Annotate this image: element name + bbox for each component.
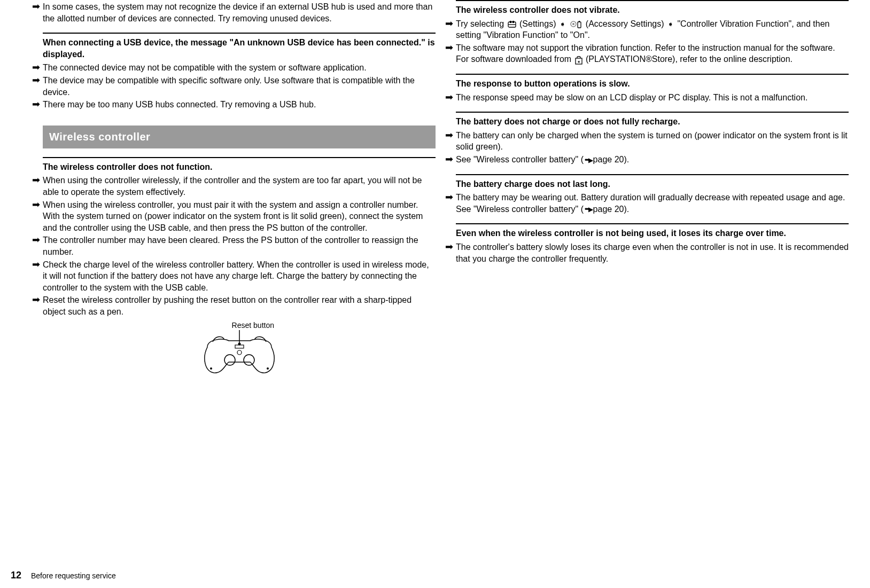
bullet-text: There may be too many USB hubs connected… (43, 99, 436, 111)
bullet-item: ➡ The device may be compatible with spec… (43, 75, 436, 98)
page-ref-icon: •••▶ (585, 156, 592, 164)
svg-rect-11 (512, 21, 514, 23)
bullet-item: ➡ When using the wireless controller, yo… (43, 199, 436, 234)
bullet-text: In some cases, the system may not recogn… (43, 1, 436, 24)
page-number: 12 (11, 570, 21, 581)
bullet-item: ➡ The response speed may be slow on an L… (456, 92, 849, 104)
bullet-item: ➡ When using the controller wirelessly, … (43, 175, 436, 198)
bullet-item: ➡ The battery may be wearing out. Batter… (456, 192, 849, 215)
svg-point-2 (244, 355, 254, 365)
issue-heading: The wireless controller does not functio… (43, 157, 436, 173)
page: ➡ In some cases, the system may not reco… (0, 0, 870, 588)
issue-heading: When connecting a USB device, the messag… (43, 33, 436, 60)
bullet-item: ➡ See "Wireless controller battery" (•••… (456, 154, 849, 166)
svg-point-5 (238, 343, 240, 346)
bullet-item: ➡ The controller number may have been cl… (43, 234, 436, 257)
svg-rect-4 (235, 345, 244, 348)
text-fragment: (Accessory Settings) (586, 19, 666, 28)
controller-illustration: Reset button (186, 320, 293, 379)
two-column-layout: ➡ In some cases, the system may not reco… (11, 0, 849, 379)
arrow-then-icon: ➧ (560, 19, 566, 29)
right-column: The wireless controller does not vibrate… (456, 0, 849, 379)
bullet-text: The device may be compatible with specif… (43, 75, 436, 98)
bullet-item: ➡ The connected device may not be compat… (43, 62, 436, 74)
bullet-text: Reset the wireless controller by pushing… (43, 294, 436, 317)
svg-rect-10 (510, 21, 511, 23)
svg-point-3 (237, 350, 242, 355)
arrow-right-icon: ➡ (32, 259, 42, 271)
bullet-text: The controller's battery slowly loses it… (456, 241, 849, 264)
text-fragment: Try selecting (456, 19, 507, 28)
controller-figure: Reset button (43, 320, 436, 379)
svg-text:★: ★ (577, 60, 580, 64)
arrow-right-icon: ➡ (445, 18, 455, 30)
bullet-text: The battery may be wearing out. Battery … (456, 192, 849, 215)
issue-heading: The battery does not charge or does not … (456, 112, 849, 128)
figure-label: Reset button (231, 321, 274, 330)
bullet-item: ➡ The battery can only be charged when t… (456, 130, 849, 153)
bullet-item: ➡ Try selecting (Settings) ➧ (Accessory … (456, 18, 849, 41)
issue-heading: The response to button operations is slo… (456, 74, 849, 90)
text-fragment: (Settings) (519, 19, 558, 28)
bullet-item: ➡ Check the charge level of the wireless… (43, 259, 436, 294)
bullet-text: When using the wireless controller, you … (43, 199, 436, 234)
bullet-text: See "Wireless controller battery" (•••▶p… (456, 154, 849, 166)
bullet-text: Try selecting (Settings) ➧ (Accessory Se… (456, 18, 849, 41)
svg-point-6 (210, 367, 212, 370)
arrow-right-icon: ➡ (445, 241, 455, 253)
arrow-right-icon: ➡ (445, 42, 455, 54)
left-column: ➡ In some cases, the system may not reco… (11, 0, 436, 379)
arrow-right-icon: ➡ (32, 199, 42, 211)
arrow-right-icon: ➡ (445, 92, 455, 104)
bullet-item: ➡ The software may not support the vibra… (456, 42, 849, 65)
text-fragment: The battery may be wearing out. Battery … (456, 193, 845, 214)
store-bag-icon: ★ (575, 55, 582, 65)
page-ref-icon: •••▶ (585, 205, 592, 214)
text-fragment: (PLAYSTATION®Store), refer to the online… (586, 54, 793, 64)
arrow-right-icon: ➡ (32, 62, 42, 74)
text-fragment: page 20). (593, 155, 630, 164)
bullet-text: The response speed may be slow on an LCD… (456, 92, 849, 104)
bullet-item: ➡ The controller's battery slowly loses … (456, 241, 849, 264)
bullet-text: When using the controller wirelessly, if… (43, 175, 436, 198)
arrow-then-icon: ➧ (667, 19, 674, 29)
bullet-text: The connected device may not be compatib… (43, 62, 436, 74)
arrow-right-icon: ➡ (32, 234, 42, 246)
arrow-right-icon: ➡ (32, 75, 42, 87)
issue-heading: The wireless controller does not vibrate… (456, 0, 849, 16)
bullet-item: ➡ In some cases, the system may not reco… (43, 1, 436, 24)
arrow-right-icon: ➡ (32, 1, 42, 13)
bullet-item: ➡ Reset the wireless controller by pushi… (43, 294, 436, 317)
page-footer: 12 Before requesting service (11, 569, 116, 582)
section-heading-bar: Wireless controller (43, 126, 436, 148)
svg-rect-14 (578, 22, 581, 28)
text-fragment: See "Wireless controller battery" ( (456, 155, 584, 164)
arrow-right-icon: ➡ (32, 294, 42, 306)
svg-point-7 (267, 367, 269, 370)
arrow-right-icon: ➡ (445, 192, 455, 203)
arrow-right-icon: ➡ (32, 99, 42, 111)
svg-rect-15 (579, 21, 580, 22)
settings-icon (508, 19, 516, 29)
arrow-right-icon: ➡ (32, 175, 42, 186)
arrow-right-icon: ➡ (445, 154, 455, 166)
footer-text: Before requesting service (31, 571, 116, 580)
text-fragment: page 20). (593, 205, 630, 214)
svg-point-13 (572, 23, 574, 25)
bullet-text: The controller number may have been clea… (43, 234, 436, 257)
bullet-text: The battery can only be charged when the… (456, 130, 849, 153)
issue-heading: Even when the wireless controller is not… (456, 223, 849, 239)
bullet-text: Check the charge level of the wireless c… (43, 259, 436, 294)
svg-point-1 (224, 355, 235, 365)
bullet-item: ➡ There may be too many USB hubs connect… (43, 99, 436, 111)
issue-heading: The battery charge does not last long. (456, 174, 849, 190)
accessory-settings-icon (570, 19, 582, 29)
arrow-right-icon: ➡ (445, 130, 455, 142)
bullet-text: The software may not support the vibrati… (456, 42, 849, 65)
